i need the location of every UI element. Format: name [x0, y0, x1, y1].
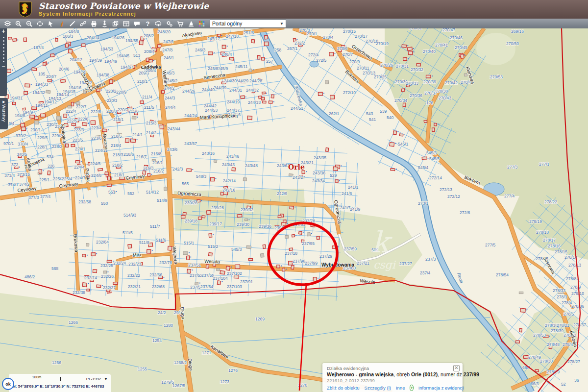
building: [39, 170, 42, 173]
parcel-label: 243/35: [314, 155, 326, 160]
cart-icon[interactable]: [174, 19, 185, 28]
parcel-label: 514/93: [123, 213, 136, 218]
parcel-label: 513: [133, 53, 140, 58]
parcel-label: 228/1: [37, 145, 48, 149]
building: [232, 168, 235, 171]
help-icon[interactable]: ?: [142, 19, 153, 28]
building: [75, 160, 80, 163]
parcel-label: 222/8: [91, 109, 101, 114]
address-point: [17, 40, 18, 41]
parcel-label: 204/6: [59, 67, 70, 72]
address-point: [192, 169, 193, 170]
layers-panel-tab[interactable]: ▶ Warstwy: [0, 98, 8, 129]
zoom-to-object-link[interactable]: Zbliż do obiektu: [327, 385, 360, 391]
scale-label: 100m: [13, 375, 60, 379]
building: [426, 75, 431, 78]
address-point: [248, 220, 249, 220]
pointer-icon[interactable]: [45, 19, 56, 28]
other-link[interactable]: Inne: [396, 385, 405, 391]
parcel-label: 244/19: [227, 99, 240, 104]
parcel-label: 245/11: [235, 64, 248, 69]
parcel-label: 278/15: [555, 249, 567, 254]
parcel-label: 270/43: [439, 96, 451, 100]
parcel-label: 216/1: [152, 160, 163, 165]
table-icon[interactable]: [121, 19, 131, 28]
parcel-label: 242/16: [222, 188, 235, 193]
print-icon[interactable]: [88, 19, 99, 28]
parcel-label: 270/11: [357, 66, 369, 71]
address-point: [108, 129, 109, 130]
parcel-label: 194/8: [15, 113, 25, 118]
link-icon[interactable]: [77, 19, 88, 28]
parcel-label: 241/9: [350, 207, 361, 212]
ok-button[interactable]: ok: [2, 378, 14, 390]
cloud-icon[interactable]: [153, 19, 164, 28]
pin-icon[interactable]: [99, 19, 110, 28]
building: [68, 49, 72, 53]
parcel-label: 244/3: [165, 96, 175, 100]
zoom-out-icon[interactable]: [24, 19, 34, 28]
coordinates-readout: N: 54°38'09.9" E: 18°10'30.9" N: 752792 …: [13, 384, 108, 389]
select-ellipse-icon[interactable]: [34, 19, 45, 28]
building: [393, 131, 396, 135]
building: [208, 52, 213, 55]
building: [407, 47, 412, 50]
map-canvas[interactable]: 187/4186/3184/8204/14194/26194/55208/224…: [0, 28, 588, 392]
building: [139, 41, 143, 45]
green-area: [476, 33, 515, 65]
parcel-label: 272/12: [447, 194, 460, 199]
parcel-label: 244/40: [202, 87, 215, 92]
parcel-label: 270/36: [410, 93, 422, 98]
registry-info-link[interactable]: Informacja z ewidencji: [418, 385, 464, 391]
parcel-label: 270/41: [435, 43, 448, 48]
settings-icon[interactable]: [164, 19, 174, 28]
parcel-label: 278/9: [570, 285, 581, 290]
building: [8, 37, 12, 39]
building: [202, 216, 205, 218]
info-icon[interactable]: i: [56, 19, 67, 28]
zoom-slider-track[interactable]: [0, 37, 7, 62]
parcel-label: 244/24: [184, 113, 197, 118]
parcel-label: 545/1: [398, 142, 409, 147]
zoom-in-icon[interactable]: [13, 19, 24, 28]
address-point: [201, 200, 202, 201]
chat-icon[interactable]: [131, 19, 142, 28]
crs-select[interactable]: PL-1992 ▼: [86, 377, 108, 381]
parcel-label: 194/45: [117, 53, 129, 58]
sail-icon[interactable]: [185, 19, 196, 28]
building: [206, 265, 209, 269]
parcel-label: 229/5: [37, 135, 48, 140]
parcel-label: 277/5: [485, 243, 496, 247]
parcel-label: 232/76: [159, 260, 172, 265]
address-point: [227, 46, 228, 47]
parcel-label: 273/1: [418, 201, 429, 206]
address-point: [221, 35, 222, 36]
parcel-label: 272/8: [460, 210, 470, 215]
zoom-in-button[interactable]: +: [0, 28, 7, 35]
details-link[interactable]: Szczegóły (i): [365, 385, 391, 391]
legend-icon[interactable]: [196, 19, 207, 28]
parcel-label: 270/51: [409, 28, 422, 30]
parcel-label: 278/8: [566, 276, 577, 281]
building: [132, 116, 136, 119]
zoom-out-button[interactable]: −: [0, 64, 7, 71]
building: [168, 246, 172, 250]
building: [24, 91, 27, 94]
layers-icon[interactable]: [2, 19, 13, 28]
portal-select[interactable]: Portal ogólny ▼: [210, 20, 286, 28]
address-point: [296, 39, 297, 40]
parcel-label: 270/39: [423, 79, 436, 84]
address-point: [438, 123, 439, 124]
parcel-label: 551: [108, 190, 115, 195]
parcel-label: 1276: [228, 368, 238, 373]
address-point: [164, 277, 165, 278]
popup-text: , numer dz: [438, 371, 464, 377]
parcel-label: 52: [561, 382, 566, 387]
building: [282, 268, 285, 271]
copy-icon[interactable]: [110, 19, 121, 28]
parcel-label: 550: [101, 201, 108, 206]
measure-icon[interactable]: [67, 19, 77, 28]
building: [278, 215, 281, 218]
building: [399, 134, 403, 136]
close-icon[interactable]: ✕: [453, 365, 460, 371]
